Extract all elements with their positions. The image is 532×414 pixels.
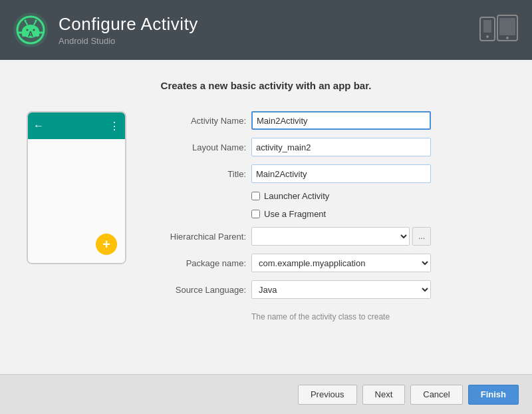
content-row: ← ⋮ + Activity Name: Layout Name: [27, 111, 505, 374]
activity-name-label: Activity Name: [150, 116, 246, 126]
phone-preview: ← ⋮ + [27, 111, 130, 374]
source-language-row: Source Language: Java Kotlin [150, 280, 505, 299]
description-text: Creates a new basic activity with an app… [27, 80, 505, 91]
layout-name-input[interactable] [251, 138, 431, 156]
use-fragment-row: Use a Fragment [251, 209, 505, 219]
header-text-block: Configure Activity Android Studio [59, 14, 198, 46]
source-language-label: Source Language: [150, 285, 246, 295]
launcher-activity-checkbox[interactable] [251, 192, 260, 200]
package-name-row: Package name: com.example.myapplication [150, 254, 505, 272]
activity-name-input[interactable] [251, 111, 431, 130]
svg-point-18 [506, 37, 509, 39]
hierarchical-parent-label: Hierarchical Parent: [150, 232, 246, 242]
use-fragment-label: Use a Fragment [264, 209, 326, 219]
header-title: Configure Activity [59, 14, 198, 35]
layout-name-label: Layout Name: [150, 142, 246, 152]
svg-point-9 [25, 20, 27, 22]
title-row: Title: [150, 164, 505, 183]
svg-point-15 [486, 35, 489, 38]
svg-rect-17 [499, 18, 515, 35]
phone-fab-button: + [96, 234, 117, 255]
phone-back-icon: ← [33, 120, 44, 132]
package-name-label: Package name: [150, 258, 246, 268]
hierarchical-parent-wrapper: ... [251, 227, 431, 246]
header: A Configure Activity Android Studio [0, 0, 532, 60]
finish-button[interactable]: Finish [468, 385, 519, 405]
source-language-select[interactable]: Java Kotlin [251, 280, 431, 299]
svg-text:A: A [28, 30, 33, 38]
phone-mockup: ← ⋮ + [27, 111, 126, 264]
next-button[interactable]: Next [362, 385, 406, 405]
phone-toolbar: ← ⋮ [28, 112, 125, 139]
hint-text: The name of the activity class to create [251, 312, 505, 321]
layout-name-row: Layout Name: [150, 138, 505, 156]
form-section: Activity Name: Layout Name: Title: Launc… [150, 111, 505, 374]
launcher-activity-row: Launcher Activity [251, 191, 505, 201]
previous-button[interactable]: Previous [298, 385, 357, 405]
title-label: Title: [150, 169, 246, 179]
main-content: Creates a new basic activity with an app… [0, 60, 532, 374]
title-input[interactable] [251, 164, 431, 183]
svg-rect-14 [483, 20, 491, 33]
device-icon [479, 14, 519, 46]
hierarchical-parent-select[interactable] [251, 227, 410, 246]
phone-menu-icon: ⋮ [109, 120, 120, 132]
package-name-wrapper: com.example.myapplication [251, 254, 431, 272]
footer: Previous Next Cancel Finish [0, 374, 532, 414]
hierarchical-parent-browse-button[interactable]: ... [412, 227, 431, 246]
source-language-wrapper: Java Kotlin [251, 280, 431, 299]
activity-name-row: Activity Name: [150, 111, 505, 130]
svg-point-11 [35, 20, 37, 22]
header-subtitle: Android Studio [59, 36, 198, 46]
use-fragment-checkbox[interactable] [251, 210, 260, 218]
launcher-activity-label: Launcher Activity [264, 191, 329, 201]
cancel-button[interactable]: Cancel [410, 385, 462, 405]
phone-content-area: + [28, 139, 125, 263]
package-name-select[interactable]: com.example.myapplication [251, 254, 431, 272]
hierarchical-parent-row: Hierarchical Parent: ... [150, 227, 505, 246]
android-studio-logo: A [13, 13, 48, 47]
